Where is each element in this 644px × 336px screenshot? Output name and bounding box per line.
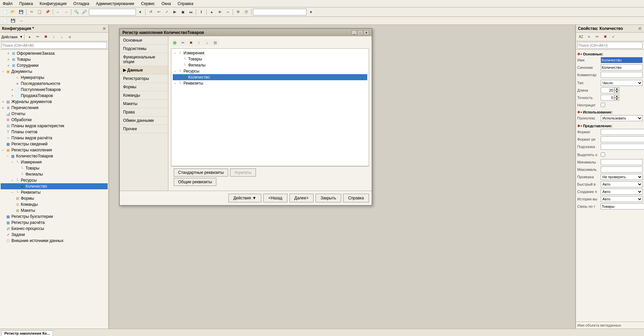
tree-item[interactable]: 📊 Отчеты bbox=[1, 111, 108, 117]
btn-common-req[interactable]: Общие реквизиты bbox=[174, 178, 216, 186]
dialog-minimize[interactable]: _ bbox=[352, 30, 357, 35]
precision-down[interactable]: ▼ bbox=[614, 98, 619, 101]
tree-item-forms[interactable]: ⊟ Формы bbox=[1, 195, 108, 201]
fulltext-select[interactable]: Использовать bbox=[601, 115, 643, 121]
dlg-delete[interactable]: ✖ bbox=[187, 39, 195, 46]
tb-drop2[interactable]: ▼ bbox=[307, 8, 315, 16]
dlg-add[interactable]: ⊕ bbox=[171, 39, 178, 46]
down-btn[interactable]: ↓ bbox=[58, 33, 65, 41]
check-select[interactable]: Не проверять bbox=[601, 174, 643, 180]
tree-item-reg-accum[interactable]: − ▣ Регистры накопления bbox=[1, 147, 108, 153]
tree-item[interactable]: ▦ Регистры сведений bbox=[1, 141, 108, 147]
actions-label[interactable]: Действия bbox=[1, 35, 17, 39]
props-search-input[interactable] bbox=[577, 42, 643, 49]
delete-btn[interactable]: ✖ bbox=[42, 33, 49, 41]
tb-copy[interactable]: 📋 bbox=[36, 8, 43, 16]
filter-btn[interactable]: ≡ bbox=[66, 33, 73, 41]
tree-item-kol[interactable]: − ▦ КоличествоТоваров bbox=[1, 153, 108, 159]
props-check-btn[interactable]: ✓ bbox=[609, 33, 617, 41]
expand-icon[interactable]: + bbox=[6, 51, 11, 56]
format-input[interactable] bbox=[601, 129, 644, 135]
tb-refresh[interactable]: ↺ bbox=[147, 8, 154, 16]
tb2-arrow[interactable]: → bbox=[17, 17, 25, 25]
up-btn[interactable]: ↑ bbox=[50, 33, 57, 41]
props-delete-btn[interactable]: ✖ bbox=[601, 33, 609, 41]
expand-icon[interactable]: − bbox=[5, 154, 10, 158]
tb-new[interactable]: 📄 bbox=[1, 8, 9, 16]
actions-arrow[interactable]: ▼ bbox=[19, 35, 23, 39]
tree-item[interactable]: + ▤ Журналы документов bbox=[1, 99, 108, 105]
tree-item-req[interactable]: − └ Реквизиты bbox=[1, 189, 108, 195]
menu-admin[interactable]: Администрирование bbox=[95, 1, 136, 7]
menu-windows[interactable]: Окна bbox=[160, 1, 172, 7]
tree-item[interactable]: + 📄 ПродажаТоваров bbox=[1, 93, 108, 99]
nav-osnovy[interactable]: Основные bbox=[120, 36, 168, 45]
dlg-tree-item-res[interactable]: − └ Ресурсы bbox=[173, 68, 367, 74]
history-select[interactable]: Авто bbox=[601, 196, 643, 202]
tb-cut[interactable]: ✂ bbox=[28, 8, 35, 16]
length-input[interactable] bbox=[601, 87, 614, 93]
dlg-edit[interactable]: ✏ bbox=[179, 39, 186, 46]
synonym-input[interactable] bbox=[601, 64, 643, 70]
tb-save[interactable]: 💾 bbox=[17, 8, 25, 16]
type-select[interactable]: Число bbox=[601, 80, 643, 86]
expand-icon[interactable]: − bbox=[1, 148, 5, 152]
dlg-tree-item-req[interactable]: − └ Реквизиты bbox=[173, 80, 367, 86]
comment-input[interactable] bbox=[601, 72, 643, 78]
dialog-close[interactable]: ✕ bbox=[364, 30, 369, 35]
expand-icon[interactable]: + bbox=[6, 63, 11, 68]
tb-undo[interactable]: ↩ bbox=[155, 8, 162, 16]
expand-icon[interactable]: + bbox=[1, 99, 5, 104]
tree-item-reg-calc[interactable]: ▦ Регистры расчёта bbox=[1, 220, 108, 226]
tree-item[interactable]: ≡ Последовательности bbox=[1, 81, 108, 87]
expand-icon[interactable]: − bbox=[10, 178, 15, 183]
props-edit-btn[interactable]: ✏ bbox=[593, 33, 601, 41]
nav-exchange[interactable]: Обмен данными bbox=[120, 116, 168, 125]
nav-forms[interactable]: Формы bbox=[120, 83, 168, 91]
left-panel-close[interactable]: ✕ bbox=[102, 26, 106, 31]
expand-icon[interactable]: − bbox=[1, 69, 5, 74]
expand-icon[interactable]: + bbox=[10, 93, 15, 98]
length-down[interactable]: ▼ bbox=[614, 90, 619, 93]
btn-next[interactable]: Далее> bbox=[289, 194, 314, 202]
nav-commands[interactable]: Команды bbox=[120, 91, 168, 100]
tree-item[interactable]: + ⊞ ОформлениеЗаказа bbox=[1, 50, 108, 56]
tb2-new[interactable]: 📄 bbox=[1, 17, 9, 25]
quick-select[interactable]: Авто bbox=[601, 181, 643, 187]
dlg-tree-item-kolichestvo[interactable]: ◆ Количество bbox=[173, 74, 367, 80]
tree-item-kolichestvo[interactable]: ◆ Количество bbox=[1, 183, 108, 189]
toolbar-input2[interactable] bbox=[253, 9, 307, 15]
tree-item-reg-buh[interactable]: ▦ Регистры бухгалтерии bbox=[1, 213, 108, 220]
add-btn[interactable]: ● bbox=[26, 33, 33, 41]
precision-input[interactable] bbox=[601, 95, 614, 101]
tree-item-tasks[interactable]: ✓ Задачи bbox=[1, 232, 108, 238]
tree-item-cmds[interactable]: ⊙ Команды bbox=[1, 201, 108, 207]
tb2-save[interactable]: 💾 bbox=[9, 17, 17, 25]
expand-icon[interactable]: − bbox=[173, 69, 177, 74]
nav-other[interactable]: Прочее bbox=[120, 125, 168, 133]
dlg-tree-item-filialy[interactable]: └ Филиалы bbox=[173, 62, 367, 68]
nav-data[interactable]: ▶ Данные bbox=[120, 66, 168, 75]
tb-breakpoint[interactable]: ● bbox=[208, 8, 215, 16]
tb-eval[interactable]: ≈ bbox=[224, 8, 231, 16]
menu-help[interactable]: Справка bbox=[176, 1, 195, 7]
menu-service[interactable]: Сервис bbox=[140, 1, 156, 7]
highlight-checkbox[interactable] bbox=[601, 152, 605, 157]
tb-stop[interactable]: ⏹ bbox=[179, 8, 186, 16]
expand-icon[interactable]: − bbox=[173, 51, 177, 55]
btn-help[interactable]: Справка bbox=[343, 194, 369, 202]
tree-item[interactable]: ≈ Планы видов расчёта bbox=[1, 135, 108, 141]
tree-item[interactable]: + ⊞ Сотрудники bbox=[1, 62, 108, 68]
hint-input[interactable] bbox=[601, 144, 644, 150]
menu-config[interactable]: Конфигурация bbox=[38, 1, 68, 7]
min-input[interactable] bbox=[601, 159, 643, 165]
tree-item-tovary[interactable]: └ Товары bbox=[1, 165, 108, 171]
btn-back[interactable]: <Назад bbox=[263, 194, 287, 202]
tb-zoom[interactable]: 🔎 bbox=[81, 8, 88, 16]
tree-item-docs[interactable]: − ▣ Документы bbox=[1, 68, 108, 75]
name-input[interactable] bbox=[601, 57, 643, 63]
left-panel-search[interactable] bbox=[1, 42, 107, 49]
expand-icon[interactable]: − bbox=[10, 190, 15, 195]
link-input[interactable] bbox=[601, 203, 644, 209]
tree-item-layouts[interactable]: ⊞ Макеты bbox=[1, 207, 108, 213]
